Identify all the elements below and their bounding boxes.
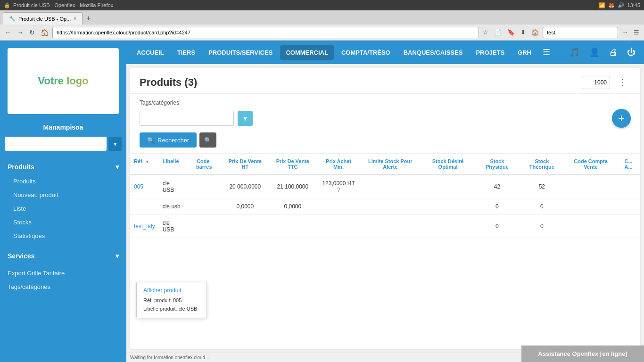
cell-stock-physique-2: 0 — [475, 198, 519, 215]
nav-item-tiers[interactable]: TIERS — [172, 45, 201, 60]
assistance-label: Assistance Openflex [en ligne] — [538, 350, 627, 357]
search-icon-only-btn[interactable]: 🔍 — [199, 132, 216, 148]
cell-stock-theorique-2: 0 — [519, 198, 565, 215]
reload-button[interactable]: ↻ — [27, 28, 37, 37]
table-body: 005 cle USB 20 000,0000 21 100,0000 123,… — [130, 175, 640, 238]
sidebar-item-produits[interactable]: Produits — [0, 174, 126, 188]
sidebar-item-stocks[interactable]: Stocks — [0, 215, 126, 229]
reader-mode[interactable]: 📄 — [492, 28, 504, 37]
filter-area: Tags/catégories: ▼ + 🔍 Rechercher 🔍 — [130, 94, 640, 154]
browser-titlebar: 🔒 Produit cle USB - Openflex - Mozilla F… — [0, 0, 644, 10]
cell-limite-stock-2 — [360, 198, 421, 215]
home-button[interactable]: 🏠 — [39, 28, 50, 37]
pocket-btn[interactable]: 🔖 — [505, 28, 517, 37]
nav-user-btn[interactable]: 👤 — [586, 44, 603, 60]
nav-menu-icon-btn[interactable]: ☰ — [539, 44, 554, 60]
cell-prix-ttc-1: 21 100,0000 — [268, 175, 317, 198]
bookmark-star[interactable]: ☆ — [481, 28, 490, 37]
col-header-code-a[interactable]: C... A... — [617, 154, 640, 175]
nav-item-grh[interactable]: GRH — [512, 45, 537, 60]
page-title: Produits (3) — [140, 76, 197, 89]
cell-prix-ht-3 — [222, 215, 268, 238]
col-header-limite-stock[interactable]: Limite Stock Pour Alerte — [360, 154, 421, 175]
sidebar-item-statistiques[interactable]: Statistiques — [0, 229, 126, 243]
col-header-stock-theorique[interactable]: Stock Théorique — [519, 154, 565, 175]
sidebar-item-export-grille[interactable]: Export Grille Tarifaire — [0, 266, 126, 280]
sidebar-search-dropdown-btn[interactable]: ▾ — [108, 137, 122, 151]
download-btn[interactable]: ⬇ — [519, 28, 528, 37]
url-bar[interactable] — [52, 27, 479, 38]
sidebar-section-header-services[interactable]: Services ▾ — [0, 248, 126, 263]
sidebar-section-label-produits: Produits — [8, 163, 34, 171]
ref-link-1[interactable]: 005 — [134, 183, 143, 190]
ref-link-3[interactable]: test_faly — [134, 223, 155, 230]
add-product-btn[interactable]: + — [612, 109, 631, 128]
assistance-bar[interactable]: Assistance Openflex [en ligne] — [521, 346, 644, 362]
nav-print-btn[interactable]: 🖨 — [605, 45, 621, 60]
cell-stock-theorique-3: 0 — [519, 215, 565, 238]
tags-filter-input[interactable] — [140, 111, 234, 126]
cell-ref-2 — [130, 198, 159, 215]
three-dots-menu-btn[interactable]: ⋮ — [615, 75, 631, 90]
col-header-prix-ttc[interactable]: Prix De Vente TTC — [268, 154, 317, 175]
cell-codebarres-3 — [186, 215, 222, 238]
forward-button[interactable]: → — [15, 28, 25, 37]
sidebar-section-produits: Produits ▾ Produits Nouveau produit List… — [0, 156, 126, 246]
nav-item-banques[interactable]: BANQUES/CAISSES — [398, 45, 469, 60]
top-nav: ACCUEIL TIERS PRODUITS/SERVICES COMMERCI… — [126, 41, 644, 64]
filter-label: Tags/catégories: — [140, 99, 631, 106]
cell-limite-stock-1 — [360, 175, 421, 198]
sidebar-item-nouveau-produit[interactable]: Nouveau produit — [0, 188, 126, 202]
cell-libelle-3: cle USB — [159, 215, 186, 238]
col-header-stock-physique[interactable]: Stock Physique — [475, 154, 519, 175]
browser-tab-active[interactable]: 🔧 Produit cle USB - Op... × — [3, 12, 83, 25]
cell-codebarres-2 — [186, 198, 222, 215]
help-icon-1[interactable]: ? — [337, 187, 340, 193]
col-header-prix-achat[interactable]: Prix Achat Min. — [317, 154, 360, 175]
sidebar-item-tags-categories[interactable]: Tags/catégories — [0, 280, 126, 294]
volume-icon: 🔊 — [618, 2, 624, 8]
time-display: 13:45 — [627, 2, 640, 8]
nav-item-compta[interactable]: COMPTA/TRÉSO — [336, 45, 396, 60]
col-header-codebarres[interactable]: Code-barres — [186, 154, 222, 175]
new-tab-button[interactable]: + — [83, 12, 94, 25]
tab-close-button[interactable]: × — [74, 16, 76, 21]
nav-item-accueil[interactable]: ACCUEIL — [131, 45, 170, 60]
col-header-stock-desire[interactable]: Stock Désiré Optimal — [421, 154, 475, 175]
sidebar-section-header-produits[interactable]: Produits ▾ — [0, 159, 126, 174]
col-header-ref[interactable]: Réf. ▼ — [130, 154, 159, 175]
nav-item-projets[interactable]: PROJETS — [470, 45, 510, 60]
sidebar-search-row: ▾ — [0, 137, 126, 156]
cell-libelle-2: cle usb — [159, 198, 186, 215]
status-text: Waiting for formation.openflex.cloud... — [130, 355, 209, 360]
nav-music-btn[interactable]: 🎵 — [566, 44, 584, 60]
browser-search-input[interactable] — [543, 27, 618, 38]
col-header-code-compta[interactable]: Code Compta Vente — [565, 154, 617, 175]
per-page-input[interactable] — [582, 76, 610, 89]
nav-item-commercial[interactable]: COMMERCIAL — [280, 45, 334, 60]
table-row: 005 cle USB 20 000,0000 21 100,0000 123,… — [130, 175, 640, 198]
tags-filter-dropdown-btn[interactable]: ▼ — [238, 111, 253, 126]
menu-btn[interactable]: ☰ — [632, 28, 641, 37]
search-button[interactable]: 🔍 Rechercher — [140, 132, 197, 148]
home-icon[interactable]: 🏠 — [529, 28, 541, 37]
col-header-prix-ht[interactable]: Prix De Vente HT — [222, 154, 268, 175]
products-table: Réf. ▼ Libellé Code-barres Prix De Vente… — [130, 154, 640, 238]
cell-code-a-1 — [617, 175, 640, 198]
back-button[interactable]: ← — [3, 28, 13, 37]
cell-code-a-3 — [617, 215, 640, 238]
content-header: Produits (3) ⋮ — [130, 68, 640, 94]
search-go-btn[interactable]: → — [620, 28, 630, 37]
titlebar-right: 📶 🦊 🔊 13:45 — [599, 2, 640, 8]
table-container: Réf. ▼ Libellé Code-barres Prix De Vente… — [130, 154, 640, 349]
tooltip-afficher-produit-link[interactable]: Afficher produit — [143, 287, 200, 294]
nav-power-btn[interactable]: ⏻ — [623, 45, 639, 60]
sidebar-username: Manampisoa — [0, 122, 126, 137]
nav-item-produits[interactable]: PRODUITS/SERVICES — [203, 45, 278, 60]
sidebar-item-liste[interactable]: Liste — [0, 202, 126, 215]
col-header-libelle[interactable]: Libellé — [159, 154, 186, 175]
firefox-logo: 🦊 — [608, 2, 615, 8]
sidebar-search-input[interactable] — [5, 137, 107, 151]
tooltip-libelle-label: Libellé produit: — [143, 306, 177, 312]
sort-indicator-ref: ▼ — [145, 159, 149, 164]
